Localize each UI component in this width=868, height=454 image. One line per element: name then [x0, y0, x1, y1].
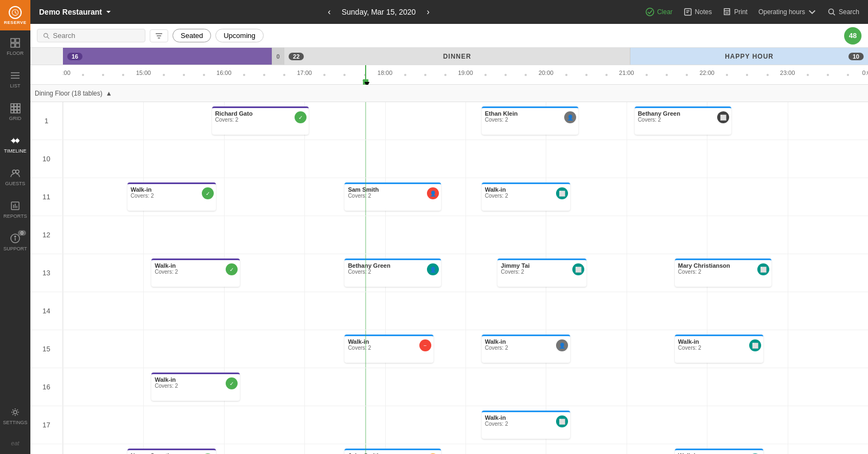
grid-line — [627, 254, 627, 292]
svg-point-34 — [646, 8, 654, 16]
grid-line — [627, 330, 627, 368]
reserve-icon — [9, 6, 22, 19]
table-number: 14 — [30, 292, 63, 330]
reservation-block[interactable]: Walk-inCovers: 2✓ — [151, 373, 240, 401]
grid-line — [546, 292, 546, 330]
print-button[interactable]: Print — [723, 8, 748, 16]
sidebar-item-support[interactable]: SUPPORT 0 — [0, 226, 30, 258]
sidebar-item-floor[interactable]: FLOOR — [0, 30, 30, 63]
sidebar-item-grid[interactable]: GRID — [0, 96, 30, 128]
grid-line — [707, 216, 707, 254]
upcoming-button[interactable]: Upcoming — [215, 29, 264, 42]
reservation-block[interactable]: Mary ChristiansonCovers: 2⬜ — [675, 258, 771, 287]
reports-icon — [10, 200, 21, 211]
search-button[interactable]: Search — [827, 8, 859, 16]
top-navigation: Demo Restaurant ‹ Sunday, Mar 15, 2020 ›… — [30, 0, 868, 24]
reservation-block[interactable]: Bethany GreenCovers: 2👤 — [344, 258, 441, 287]
reservation-name: Sam Smith — [348, 186, 425, 193]
restaurant-selector[interactable]: Demo Restaurant — [39, 8, 112, 16]
svg-rect-15 — [17, 107, 20, 110]
reservation-block[interactable]: Bethany GreenCovers: 2⬜ — [635, 106, 731, 135]
filter-button[interactable] — [150, 29, 168, 42]
table-timeline: Richard GatoCovers: 2✓Ethan KleinCovers:… — [63, 102, 868, 140]
grid-line — [465, 292, 466, 330]
time-dot — [847, 74, 849, 76]
current-time-line — [365, 140, 366, 178]
svg-point-25 — [16, 170, 19, 173]
list-icon — [10, 70, 21, 81]
sidebar-item-guests[interactable]: GUESTS — [0, 161, 30, 193]
tl-times: ▼ 14:0015:0016:0017:0018:0019:0020:0021:… — [63, 65, 868, 85]
chevron-down-icon-2 — [808, 8, 816, 16]
prev-date-button[interactable]: ‹ — [326, 5, 333, 19]
reservation-name: Mary Christianson — [678, 262, 755, 269]
reservation-block[interactable]: Walk-inCovers: 2⬜ — [482, 411, 570, 439]
seated-button[interactable]: Seated — [173, 29, 211, 42]
table-timeline: Walk-inCovers: 2✓ — [63, 368, 868, 406]
grid-line — [465, 178, 466, 216]
search-input[interactable] — [53, 31, 139, 40]
reservation-block[interactable]: Walk-inCovers: 2⬜ — [482, 182, 570, 211]
reservation-status-icon: ✓ — [202, 187, 214, 199]
section-collapse-icon[interactable]: ▲ — [106, 90, 112, 97]
grid-line — [143, 254, 144, 292]
table-row: 17Walk-inCovers: 2⬜ — [30, 406, 868, 444]
grid-line — [546, 216, 546, 254]
clear-button[interactable]: Clear — [646, 8, 673, 16]
sidebar-reserve-button[interactable]: RESERVE — [0, 0, 30, 30]
grid-line — [465, 102, 466, 140]
grid-line — [63, 102, 63, 140]
grid-line — [627, 292, 627, 330]
grid-line — [224, 140, 225, 178]
reservation-name: Bethany Green — [348, 262, 425, 269]
search-box[interactable] — [37, 29, 145, 42]
grid-line — [465, 330, 466, 368]
user-avatar[interactable]: 48 — [844, 27, 861, 45]
band-divider: 0 — [272, 48, 284, 65]
band-spacer-left — [30, 48, 63, 65]
bands-container: 16 0 22 DINNER HAPPY HOUR 10 — [63, 48, 868, 65]
sidebar-item-timeline[interactable]: TIMELINE — [0, 128, 30, 161]
grid-line — [707, 292, 707, 330]
reservation-block[interactable]: Walk-inCovers: 2− — [344, 335, 433, 363]
sidebar-item-list[interactable]: LIST — [0, 63, 30, 96]
reservation-covers: Covers: 2 — [485, 345, 554, 351]
reservation-block[interactable]: Walk-inCovers: 2✓ — [127, 182, 216, 211]
reservation-status-icon: ✓ — [226, 263, 238, 275]
reservation-block[interactable]: Ethan KleinCovers: 2👤 — [482, 106, 578, 135]
time-dot — [283, 74, 285, 76]
reservation-covers: Covers: 2 — [485, 117, 562, 123]
reservation-covers: Covers: 2 — [678, 345, 747, 351]
time-label-2000: 20:00 — [539, 70, 554, 76]
time-label-1800: 18:00 — [378, 70, 393, 76]
sidebar-item-settings[interactable]: SETTINGS — [0, 400, 30, 432]
reservation-name: Walk-in — [155, 376, 224, 383]
grid-line — [385, 216, 386, 254]
reservation-block[interactable]: Richard GatoCovers: 2✓ — [212, 106, 309, 135]
service-bands: 16 0 22 DINNER HAPPY HOUR 10 — [30, 48, 868, 65]
grid-line — [627, 444, 627, 454]
table-row: 1Richard GatoCovers: 2✓Ethan KleinCovers… — [30, 102, 868, 140]
time-dot — [444, 74, 446, 76]
time-dot — [666, 74, 668, 76]
svg-rect-6 — [16, 43, 20, 47]
notes-button[interactable]: Notes — [684, 8, 712, 16]
sidebar-item-reports[interactable]: REPORTS — [0, 193, 30, 226]
reservation-block[interactable]: Walk-inCovers: 2⬜ — [675, 449, 763, 454]
reservation-block[interactable]: Sam SmithCovers: 2👤 — [344, 182, 441, 211]
reservation-status-icon: ✓ — [226, 377, 238, 389]
reservation-name: Ethan Klein — [485, 110, 562, 117]
reservation-block[interactable]: John SmithCovers: 2$ — [344, 449, 441, 454]
grid-line — [465, 140, 466, 178]
reservation-block[interactable]: Jimmy TaiCovers: 2⬜ — [497, 258, 586, 287]
next-date-button[interactable]: › — [424, 5, 431, 19]
reservation-block[interactable]: Walk-inCovers: 2✓ — [151, 258, 240, 287]
svg-line-2 — [15, 12, 17, 14]
reservation-block[interactable]: Nancy QuentinCovers: 2✓ — [127, 449, 216, 454]
reservation-block[interactable]: Walk-inCovers: 2⬜ — [675, 335, 763, 363]
grid-line — [224, 178, 225, 216]
reservation-covers: Covers: 2 — [348, 345, 417, 351]
time-dot — [646, 74, 648, 76]
reservation-block[interactable]: Walk-inCovers: 2👤 — [482, 335, 570, 363]
operating-hours-button[interactable]: Operating hours — [758, 8, 816, 16]
